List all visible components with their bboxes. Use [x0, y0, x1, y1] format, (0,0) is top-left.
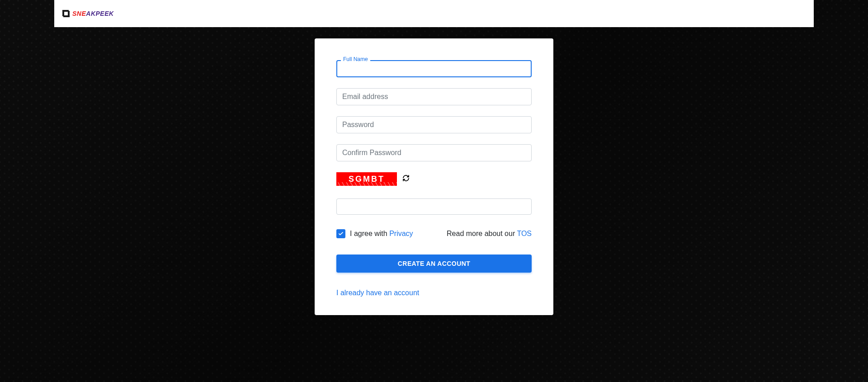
tos-link[interactable]: TOS [517, 230, 532, 237]
confirm-password-field-group [336, 144, 532, 161]
captcha-input[interactable] [336, 198, 532, 215]
login-link[interactable]: I already have an account [336, 289, 419, 297]
check-icon [338, 231, 344, 237]
email-field-group [336, 88, 532, 105]
logo-icon [62, 10, 70, 17]
refresh-captcha-button[interactable] [402, 174, 410, 184]
main-container: Full Name SGMBT [0, 27, 868, 315]
privacy-link[interactable]: Privacy [389, 230, 413, 237]
already-have-account: I already have an account [336, 289, 532, 297]
brand-name: SNEAKPEEK [72, 10, 114, 17]
refresh-icon [402, 174, 410, 182]
app-header: SNEAKPEEK [54, 0, 814, 27]
full-name-input[interactable] [336, 60, 532, 77]
captcha-row: SGMBT [336, 172, 532, 186]
captcha-image: SGMBT [336, 172, 397, 186]
agree-left: I agree with Privacy [336, 229, 413, 238]
confirm-password-input[interactable] [336, 144, 532, 161]
full-name-label: Full Name [341, 56, 370, 62]
agree-text: I agree with Privacy [350, 230, 413, 238]
create-account-button[interactable]: CREATE AN ACCOUNT [336, 255, 532, 273]
email-input[interactable] [336, 88, 532, 105]
brand-logo[interactable]: SNEAKPEEK [62, 10, 114, 17]
password-field-group [336, 116, 532, 133]
full-name-field-group: Full Name [336, 60, 532, 77]
signup-card: Full Name SGMBT [315, 38, 553, 315]
password-input[interactable] [336, 116, 532, 133]
tos-text: Read more about our TOS [447, 230, 532, 238]
agreement-row: I agree with Privacy Read more about our… [336, 229, 532, 238]
agree-checkbox[interactable] [336, 229, 345, 238]
